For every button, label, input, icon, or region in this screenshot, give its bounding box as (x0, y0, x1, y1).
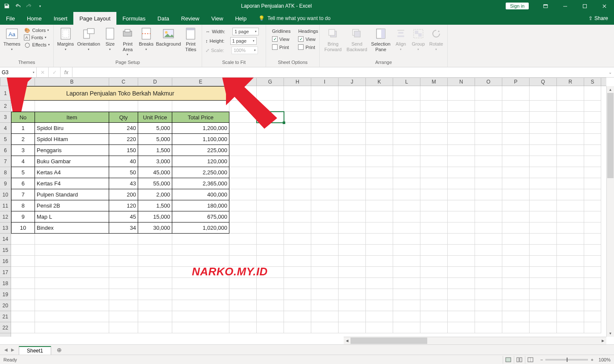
column-header[interactable]: M (420, 78, 448, 86)
cell[interactable] (257, 167, 284, 178)
cell[interactable] (257, 145, 284, 156)
rotate-button[interactable]: Rotate▾ (427, 26, 445, 51)
cell[interactable] (11, 267, 35, 278)
row-header[interactable]: 5 (0, 134, 11, 145)
cell[interactable] (502, 86, 530, 101)
cell[interactable] (311, 200, 339, 211)
cell[interactable] (584, 178, 601, 189)
cell[interactable] (393, 278, 420, 289)
cell[interactable] (584, 112, 601, 123)
cell[interactable] (393, 167, 420, 178)
cell[interactable] (475, 278, 502, 289)
column-header[interactable]: K (366, 78, 393, 86)
row-header[interactable]: 11 (0, 200, 11, 211)
breaks-button[interactable]: Breaks▾ (137, 26, 155, 51)
table-header-cell[interactable]: Unit Price (138, 112, 172, 123)
scroll-left-icon[interactable]: ◀ (344, 337, 350, 344)
cell[interactable] (311, 145, 339, 156)
cells-area[interactable]: Laporan Penjualan Toko Berkah MakmurNoIt… (11, 86, 606, 337)
cell[interactable] (502, 245, 530, 256)
cell[interactable] (284, 289, 311, 300)
margins-button[interactable]: Margins▾ (55, 26, 75, 51)
cell[interactable] (530, 112, 557, 123)
cell[interactable] (366, 278, 393, 289)
cell[interactable] (138, 267, 172, 278)
cell[interactable] (311, 167, 339, 178)
cell[interactable] (530, 101, 557, 112)
cell[interactable] (475, 86, 502, 101)
cell[interactable] (11, 289, 35, 300)
row-header[interactable]: 4 (0, 123, 11, 134)
cell[interactable] (584, 311, 601, 322)
cell[interactable] (11, 278, 35, 289)
tab-review[interactable]: Review (175, 12, 206, 25)
table-cell[interactable]: 45 (109, 211, 138, 222)
cell[interactable] (35, 234, 109, 245)
cell[interactable] (35, 267, 109, 278)
sheet-nav[interactable]: ◀▶ (0, 347, 19, 352)
cell[interactable] (448, 123, 475, 134)
cell[interactable] (530, 167, 557, 178)
cell[interactable] (284, 178, 311, 189)
orientation-button[interactable]: Orientation▾ (75, 26, 101, 51)
cell[interactable] (448, 234, 475, 245)
cell[interactable] (311, 322, 339, 333)
share-button[interactable]: ⇪Share (582, 12, 614, 25)
column-header[interactable]: H (284, 78, 311, 86)
column-header[interactable]: C (109, 78, 138, 86)
cell[interactable] (366, 112, 393, 123)
cell[interactable] (284, 101, 311, 112)
cell[interactable] (530, 300, 557, 311)
cell[interactable] (557, 112, 584, 123)
cell[interactable] (530, 156, 557, 167)
cell[interactable] (138, 256, 172, 267)
cell[interactable] (502, 123, 530, 134)
cell[interactable] (35, 311, 109, 322)
table-cell[interactable]: 1,020,000 (172, 222, 229, 234)
gridlines-view-checkbox[interactable]: ✓View (272, 36, 290, 42)
cell[interactable] (366, 234, 393, 245)
cell[interactable] (557, 101, 584, 112)
column-header[interactable]: A (11, 78, 35, 86)
undo-icon[interactable] (14, 3, 21, 9)
cell[interactable] (393, 311, 420, 322)
cell[interactable] (311, 267, 339, 278)
cell[interactable] (366, 200, 393, 211)
cell[interactable] (257, 156, 284, 167)
cell[interactable] (584, 222, 601, 234)
cell[interactable] (584, 189, 601, 200)
cell[interactable] (35, 278, 109, 289)
cell[interactable] (172, 101, 229, 112)
cell[interactable] (284, 311, 311, 322)
cell[interactable] (35, 256, 109, 267)
ribbon-display-icon[interactable] (536, 0, 555, 12)
table-cell[interactable]: 400,000 (172, 189, 229, 200)
cell[interactable] (366, 134, 393, 145)
cell[interactable] (257, 200, 284, 211)
cell[interactable] (11, 322, 35, 333)
cell[interactable] (229, 123, 257, 134)
cell[interactable] (393, 134, 420, 145)
cell[interactable] (584, 200, 601, 211)
cell[interactable] (557, 289, 584, 300)
cell[interactable] (257, 211, 284, 222)
save-icon[interactable] (3, 3, 10, 9)
cell[interactable] (420, 322, 448, 333)
cell[interactable] (420, 178, 448, 189)
redo-icon[interactable] (26, 3, 32, 9)
column-header[interactable]: Q (530, 78, 557, 86)
cell[interactable] (229, 222, 257, 234)
cell[interactable] (448, 134, 475, 145)
cell[interactable] (420, 211, 448, 222)
cell[interactable] (366, 289, 393, 300)
cell[interactable] (257, 101, 284, 112)
send-backward-button[interactable]: Send Backward (345, 26, 369, 52)
cell[interactable] (448, 300, 475, 311)
cell[interactable] (11, 234, 35, 245)
table-cell[interactable]: 30,000 (138, 222, 172, 234)
cell[interactable] (475, 245, 502, 256)
cell[interactable] (311, 245, 339, 256)
cell[interactable] (229, 86, 257, 101)
row-header[interactable]: 22 (0, 322, 11, 333)
cell[interactable] (420, 167, 448, 178)
